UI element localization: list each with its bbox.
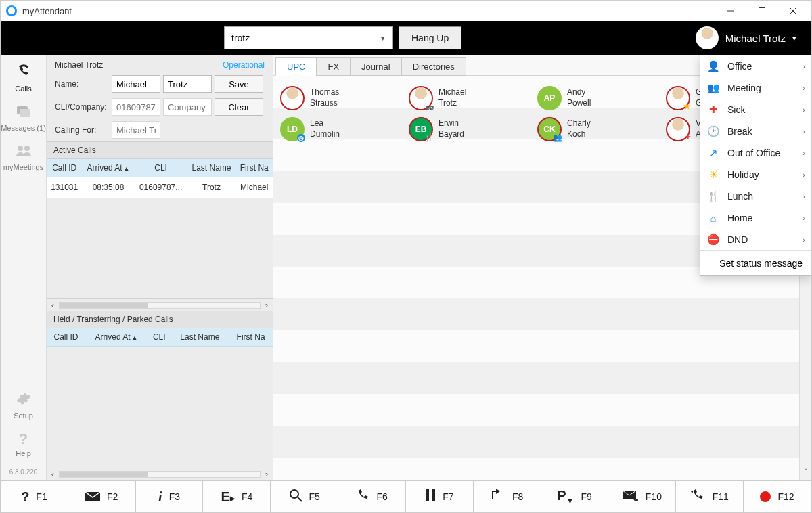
col-lastname[interactable]: Last Name — [171, 328, 229, 347]
scroll-left-icon[interactable]: ‹ — [47, 469, 59, 479]
avatar-icon — [696, 26, 719, 49]
active-calls-table: Call ID Arrived At▲ CLI Last Name First … — [47, 159, 273, 198]
menu-item-home[interactable]: ⌂Home› — [700, 207, 811, 229]
col-cli[interactable]: CLI — [148, 328, 171, 347]
tab-directories[interactable]: Directories — [401, 57, 466, 76]
held-calls-hscroll[interactable]: ‹ › — [47, 468, 273, 480]
col-callid[interactable]: Call ID — [47, 328, 85, 347]
svg-rect-5 — [20, 109, 30, 117]
maximize-button[interactable] — [746, 1, 777, 21]
col-callid[interactable]: Call ID — [47, 159, 82, 177]
nav-label: Help — [16, 449, 31, 458]
nav-label: Calls — [15, 85, 31, 93]
user-menu[interactable]: Michael Trotz ▾ — [696, 26, 805, 49]
calls-icon — [16, 64, 32, 82]
col-arrived[interactable]: Arrived At▲ — [82, 159, 134, 177]
menu-item-holiday[interactable]: ☀Holiday› — [700, 164, 811, 185]
pause-icon — [425, 489, 436, 504]
menu-item-office[interactable]: 👤Office› — [700, 55, 811, 77]
fkey-f10[interactable]: F10 — [608, 481, 676, 512]
version-label: 6.3.0.220 — [9, 464, 38, 480]
app-logo-icon — [6, 5, 17, 16]
search-input[interactable] — [225, 27, 374, 49]
col-firstname[interactable]: First Na — [235, 159, 273, 177]
contact-avatar: ★ — [666, 86, 690, 110]
app-title: myAttendant — [22, 6, 72, 16]
label-calling-for: Calling For: — [52, 125, 109, 135]
mail-icon — [85, 490, 100, 504]
contact-card[interactable]: CK👥CharlyKoch — [535, 114, 663, 145]
status-icon: ↗ — [707, 147, 719, 159]
nav-calls[interactable]: Calls — [1, 59, 46, 99]
col-lastname[interactable]: Last Name — [187, 159, 236, 177]
table-row[interactable]: 131081 08:35:08 01609787... Trotz Michae… — [47, 177, 273, 198]
status-icon: ⌂ — [707, 213, 719, 224]
nav-messages[interactable]: Messages (1) — [1, 99, 46, 139]
nav-help[interactable]: ? Help — [1, 426, 46, 464]
svg-point-14 — [635, 499, 638, 501]
dial-icon: • — [691, 489, 706, 504]
menu-item-meeting[interactable]: 👥Meeting› — [700, 77, 811, 99]
svg-line-10 — [298, 497, 302, 501]
fkey-f1[interactable]: ?F1 — [1, 481, 68, 512]
chevron-right-icon: › — [803, 149, 805, 157]
tab-upc[interactable]: UPC — [275, 57, 317, 76]
col-cli[interactable]: CLI — [135, 159, 187, 177]
fkey-f7[interactable]: F7 — [406, 481, 474, 512]
clear-button[interactable]: Clear — [215, 98, 263, 116]
fkey-f12[interactable]: F12 — [744, 481, 811, 512]
col-firstname[interactable]: First Na — [229, 328, 273, 347]
menu-item-lunch[interactable]: 🍴Lunch› — [700, 185, 811, 207]
menu-item-dnd[interactable]: ⛔DND› — [700, 229, 811, 250]
fkey-f2[interactable]: F2 — [68, 481, 136, 512]
minimize-button[interactable] — [715, 1, 746, 21]
tab-journal[interactable]: Journal — [350, 57, 402, 76]
contact-card[interactable]: APAndyPowell — [535, 83, 663, 114]
cli-input[interactable] — [112, 98, 160, 116]
scroll-left-icon[interactable]: ‹ — [47, 300, 59, 310]
scroll-right-icon[interactable]: › — [261, 469, 273, 479]
nav-setup[interactable]: Setup — [1, 386, 46, 426]
chevron-down-icon[interactable]: ▾ — [374, 34, 392, 43]
chevron-right-icon: › — [803, 214, 805, 222]
fkey-f3[interactable]: iF3 — [136, 481, 204, 512]
menu-item-out-of-office[interactable]: ↗Out of Office› — [700, 142, 811, 164]
top-bar: ▾ Hang Up Michael Trotz ▾ — [1, 21, 811, 55]
menu-item-break[interactable]: 🕑Break› — [700, 120, 811, 142]
contact-card[interactable]: EB🍴ErwinBayard — [406, 114, 535, 145]
scroll-down-icon[interactable]: ˅ — [800, 468, 811, 480]
chevron-right-icon: › — [803, 236, 805, 244]
save-button[interactable]: Save — [215, 75, 263, 93]
chevron-down-icon: ▾ — [792, 34, 796, 43]
fkey-f11[interactable]: •F11 — [676, 481, 744, 512]
nav-mymeetings[interactable]: myMeetings — [1, 139, 46, 178]
held-calls-header: Held / Transferring / Parked Calls — [47, 311, 273, 328]
hang-up-button[interactable]: Hang Up — [399, 26, 461, 49]
col-arrived[interactable]: Arrived At▲ — [85, 328, 148, 347]
sort-asc-icon: ▲ — [132, 334, 138, 341]
fkey-f8[interactable]: F8 — [474, 481, 541, 512]
calling-for-input[interactable] — [112, 121, 160, 139]
contact-card[interactable]: ThomasStrauss — [277, 83, 406, 114]
set-status-message[interactable]: Set status message — [700, 251, 811, 275]
tab-fx[interactable]: FX — [316, 57, 351, 76]
first-name-input[interactable] — [112, 75, 160, 93]
scroll-right-icon[interactable]: › — [261, 300, 273, 310]
menu-item-sick[interactable]: ✚Sick› — [700, 99, 811, 120]
active-calls-hscroll[interactable]: ‹ › — [47, 298, 273, 311]
company-input[interactable] — [163, 98, 212, 116]
last-name-input[interactable] — [163, 75, 212, 93]
contact-card[interactable]: ⌀⌀MichaelTrotz — [406, 83, 535, 114]
contacts-panel: UPC FX Journal Directories ThomasStrauss… — [273, 55, 811, 480]
contact-name: ErwinBayard — [438, 118, 464, 139]
fkey-f4[interactable]: E▸F4 — [203, 481, 271, 512]
status-icon: ✚ — [707, 104, 719, 116]
exit-icon: E▸ — [221, 490, 235, 504]
chevron-right-icon: › — [803, 84, 805, 92]
contact-card[interactable]: LD◷LeaDumolin — [277, 114, 406, 145]
close-button[interactable] — [777, 1, 809, 21]
search-combo[interactable]: ▾ — [224, 26, 393, 49]
fkey-f5[interactable]: F5 — [271, 481, 338, 512]
fkey-f9[interactable]: P▼F9 — [541, 481, 609, 512]
fkey-f6[interactable]: F6 — [338, 481, 406, 512]
